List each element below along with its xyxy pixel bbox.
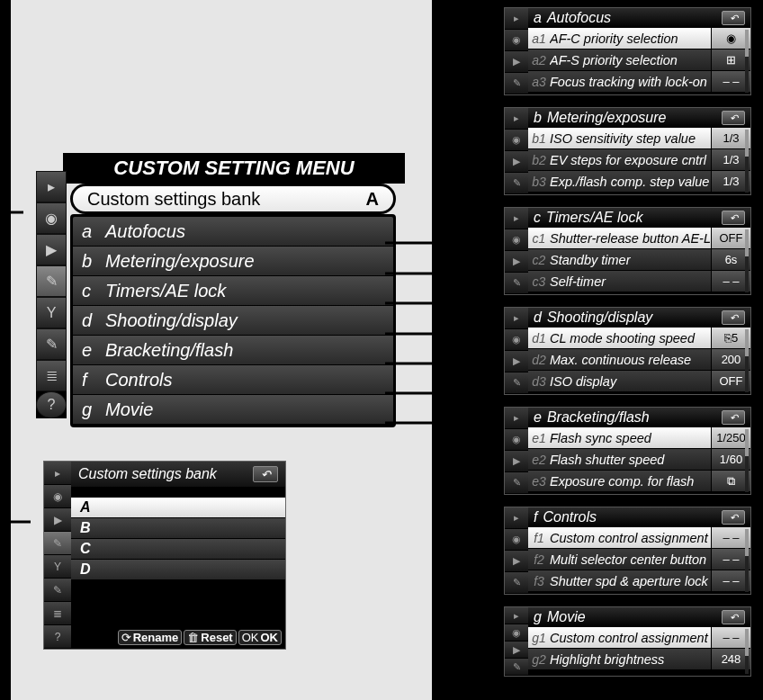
scrollbar[interactable]: [745, 329, 749, 392]
back-icon[interactable]: ↶: [722, 111, 745, 125]
group-row-f[interactable]: fControls: [73, 365, 393, 395]
help-icon[interactable]: ?: [36, 391, 67, 418]
submenu-item-a2[interactable]: a2 AF-S priority selection ⊞: [528, 49, 750, 71]
scrollbar[interactable]: [745, 629, 749, 674]
scrollbar[interactable]: [745, 130, 749, 193]
play-icon[interactable]: ▸: [44, 462, 71, 485]
submenu-item-e1[interactable]: e1 Flash sync speed 1/250: [528, 427, 750, 449]
video-icon[interactable]: ▶: [505, 551, 528, 572]
camera-icon[interactable]: ◉: [505, 30, 528, 51]
submenu-item-f3[interactable]: f3 Shutter spd & aperture lock – –: [528, 570, 750, 592]
camera-icon[interactable]: ◉: [505, 429, 528, 451]
camera-icon[interactable]: ◉: [505, 529, 528, 551]
scrollbar[interactable]: [745, 30, 749, 93]
video-icon[interactable]: ▶: [505, 642, 528, 659]
submenu-side-icons: ▸ ◉ ▶ ✎: [505, 607, 528, 676]
submenu-item-f2[interactable]: f2 Multi selector center button – –: [528, 549, 750, 570]
pencil-icon[interactable]: ✎: [505, 173, 528, 194]
submenu-title: Movie: [547, 609, 586, 625]
submenu-item-d3[interactable]: d3 ISO display OFF: [528, 371, 750, 392]
camera-icon[interactable]: ◉: [36, 202, 67, 234]
submenu-item-d2[interactable]: d2 Max. continuous release 200: [528, 349, 750, 371]
custom-settings-bank-row[interactable]: Custom settings bank A: [70, 184, 396, 214]
play-icon[interactable]: ▸: [505, 607, 528, 624]
bank-row-d[interactable]: D: [71, 560, 285, 580]
submenu-title: Autofocus: [547, 10, 611, 26]
camera-icon[interactable]: ◉: [505, 329, 528, 351]
submenu-item-c1[interactable]: c1 Shutter-release button AE-L OFF: [528, 228, 750, 249]
scrollbar[interactable]: [745, 429, 749, 492]
scrollbar[interactable]: [745, 229, 749, 292]
pencil-icon[interactable]: ✎: [505, 273, 528, 294]
video-icon[interactable]: ▶: [505, 51, 528, 73]
pencil-icon[interactable]: ✎: [505, 372, 528, 394]
submenu-item-g1[interactable]: g1 Custom control assignment – –: [528, 627, 750, 649]
pencil-icon[interactable]: ✎: [505, 472, 528, 494]
video-icon[interactable]: ▶: [505, 451, 528, 472]
play-icon[interactable]: ▸: [505, 308, 528, 329]
video-icon[interactable]: ▶: [505, 151, 528, 173]
pencil-icon[interactable]: ✎: [44, 532, 71, 555]
submenu-side-icons: ▸ ◉ ▶ ✎: [505, 108, 528, 194]
group-row-c[interactable]: cTimers/AE lock: [73, 276, 393, 306]
submenu-item-d1[interactable]: d1 CL mode shooting speed ⎘5: [528, 328, 750, 349]
back-icon[interactable]: ↶: [722, 310, 745, 325]
camera-icon[interactable]: ◉: [44, 485, 71, 508]
play-icon[interactable]: ▸: [36, 171, 67, 202]
bank-value: A: [366, 189, 379, 210]
retouch-icon[interactable]: ✎: [36, 328, 67, 360]
camera-icon[interactable]: ◉: [505, 624, 528, 642]
recent-icon[interactable]: ≣: [36, 360, 67, 391]
bank-row-c[interactable]: C: [71, 539, 285, 560]
help-icon[interactable]: ?: [44, 625, 71, 649]
group-row-g[interactable]: gMovie: [73, 395, 393, 425]
ok-button[interactable]: OKOK: [238, 630, 282, 645]
video-icon[interactable]: ▶: [44, 508, 71, 532]
pencil-icon[interactable]: ✎: [36, 265, 67, 297]
submenu-item-a3[interactable]: a3 Focus tracking with lock-on – –: [528, 71, 750, 93]
pencil-icon[interactable]: ✎: [505, 659, 528, 676]
wrench-icon[interactable]: Y: [44, 555, 71, 579]
submenu-item-g2[interactable]: g2 Highlight brightness 248: [528, 649, 750, 670]
back-icon[interactable]: ↶: [722, 11, 745, 25]
submenu-item-f1[interactable]: f1 Custom control assignment – –: [528, 527, 750, 549]
back-icon[interactable]: ↶: [722, 410, 745, 425]
recent-icon[interactable]: ≣: [44, 602, 71, 625]
submenu-item-c2[interactable]: c2 Standby timer 6s: [528, 249, 750, 271]
play-icon[interactable]: ▸: [505, 408, 528, 429]
video-icon[interactable]: ▶: [505, 351, 528, 372]
back-icon[interactable]: ↶: [722, 211, 745, 225]
camera-icon[interactable]: ◉: [505, 130, 528, 151]
submenu-item-c3[interactable]: c3 Self-timer – –: [528, 271, 750, 292]
submenu-item-b2[interactable]: b2 EV steps for exposure cntrl 1/3: [528, 149, 750, 171]
menu-title: CUSTOM SETTING MENU: [63, 153, 405, 184]
back-icon[interactable]: ↶: [253, 466, 278, 482]
pencil-icon[interactable]: ✎: [505, 572, 528, 594]
submenu-item-e3[interactable]: e3 Exposure comp. for flash ⧉: [528, 471, 750, 492]
bank-row-a[interactable]: A: [71, 498, 285, 518]
reset-button[interactable]: 🗑Reset: [184, 630, 236, 645]
group-row-b[interactable]: bMetering/exposure: [73, 247, 393, 276]
wrench-icon[interactable]: Y: [36, 297, 67, 328]
bank-row-b[interactable]: B: [71, 518, 285, 539]
submenu-item-b3[interactable]: b3 Exp./flash comp. step value 1/3: [528, 171, 750, 193]
camera-icon[interactable]: ◉: [505, 229, 528, 251]
retouch-icon[interactable]: ✎: [44, 579, 71, 602]
group-row-e[interactable]: eBracketing/flash: [73, 336, 393, 365]
play-icon[interactable]: ▸: [505, 108, 528, 130]
submenu-item-e2[interactable]: e2 Flash shutter speed 1/60: [528, 449, 750, 471]
video-icon[interactable]: ▶: [505, 251, 528, 273]
pencil-icon[interactable]: ✎: [505, 73, 528, 94]
back-icon[interactable]: ↶: [722, 610, 745, 624]
group-row-a[interactable]: aAutofocus: [73, 217, 393, 247]
play-icon[interactable]: ▸: [505, 208, 528, 229]
video-icon[interactable]: ▶: [36, 234, 67, 265]
play-icon[interactable]: ▸: [505, 507, 528, 529]
play-icon[interactable]: ▸: [505, 8, 528, 30]
rename-button[interactable]: ⟳Rename: [118, 630, 183, 645]
group-row-d[interactable]: dShooting/display: [73, 306, 393, 336]
back-icon[interactable]: ↶: [722, 510, 745, 525]
submenu-item-b1[interactable]: b1 ISO sensitivity step value 1/3: [528, 128, 750, 149]
scrollbar[interactable]: [745, 529, 749, 592]
submenu-item-a1[interactable]: a1 AF-C priority selection ◉: [528, 28, 750, 49]
